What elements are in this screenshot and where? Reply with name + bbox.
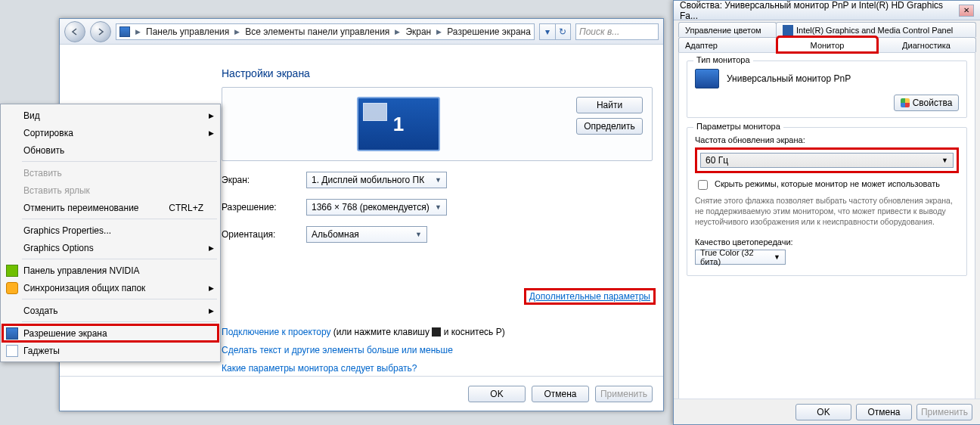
nav-back-button[interactable]	[64, 21, 85, 42]
refresh-button[interactable]: ↻	[555, 24, 571, 39]
hide-modes-checkbox[interactable]: Скрыть режимы, которые монитор не может …	[695, 179, 959, 192]
gadget-icon	[6, 345, 18, 357]
monitor-preview[interactable]: 1	[231, 97, 566, 151]
dialog-footer: OK Отмена Применить	[674, 399, 980, 424]
menu-create[interactable]: Создать▶	[2, 302, 219, 319]
group-title: Параметры монитора	[693, 122, 783, 131]
orientation-label: Ориентация:	[222, 229, 306, 240]
monitor-name: Универсальный монитор PnP	[727, 73, 851, 84]
monitor-properties-dialog: Свойства: Универсальный монитор PnP и In…	[673, 0, 980, 425]
dialog-footer: OK Отмена Применить	[60, 376, 663, 411]
color-quality-label: Качество цветопередачи:	[695, 237, 959, 247]
submenu-arrow-icon: ▶	[209, 129, 214, 137]
help-links: Подключение к проектору (или нажмите кла…	[222, 323, 505, 377]
submenu-arrow-icon: ▶	[209, 112, 214, 119]
menu-nvidia-panel[interactable]: Панель управления NVIDIA	[2, 262, 219, 279]
tab-intel-graphics[interactable]: Intel(R) Graphics and Media Control Pane…	[776, 22, 976, 37]
breadcrumb[interactable]: Панель управления	[146, 26, 229, 37]
menu-paste: Вставить	[2, 164, 219, 181]
monitor-settings-group: Параметры монитора Частота обновления эк…	[687, 127, 967, 276]
text-size-link[interactable]: Сделать текст и другие элементы больше и…	[222, 345, 453, 355]
menu-sync-folders[interactable]: Синхронизация общих папок▶	[2, 279, 219, 296]
page-title: Настройки экрана	[222, 67, 656, 79]
chevron-down-icon: ▼	[415, 231, 422, 238]
menu-refresh[interactable]: Обновить	[2, 141, 219, 159]
desktop-context-menu: Вид▶ Сортировка▶ Обновить Вставить Встав…	[0, 104, 221, 362]
menu-screen-resolution[interactable]: Разрешение экрана	[2, 324, 219, 342]
breadcrumb[interactable]: Экран	[405, 26, 431, 37]
menu-separator	[22, 219, 217, 219]
group-title: Тип монитора	[693, 55, 753, 64]
monitor-icon	[695, 69, 719, 88]
menu-view[interactable]: Вид▶	[2, 107, 219, 124]
chevron-down-icon: ▼	[435, 176, 442, 184]
address-actions: ▾ ↻	[539, 23, 571, 40]
color-quality-select[interactable]: True Color (32 бита)▼	[695, 250, 786, 265]
chevron-right-icon: ▶	[393, 28, 402, 36]
monitor-number: 1	[393, 113, 404, 136]
cancel-button[interactable]: Отмена	[532, 386, 589, 402]
menu-graphics-options[interactable]: Graphics Options▶	[2, 239, 219, 256]
content-area: Настройки экрана 1 Найти Определить Экра…	[222, 57, 656, 365]
menu-graphics-properties[interactable]: Graphics Properties...	[2, 222, 219, 239]
chevron-down-icon: ▼	[941, 157, 948, 164]
dialog-title: Свойства: Универсальный монитор PnP и In…	[680, 0, 959, 21]
apply-button[interactable]: Применить	[595, 386, 653, 402]
ok-button[interactable]: OK	[468, 386, 526, 402]
breadcrumb[interactable]: Разрешение экрана	[447, 26, 531, 37]
tab-color-management[interactable]: Управление цветом	[678, 22, 777, 37]
orientation-select[interactable]: Альбомная▼	[306, 226, 427, 243]
control-panel-icon	[119, 26, 130, 37]
breadcrumb[interactable]: Все элементы панели управления	[245, 26, 389, 37]
hide-modes-input[interactable]	[698, 180, 708, 190]
nav-forward-button[interactable]	[90, 21, 111, 42]
toolbar: ▶ Панель управления ▶ Все элементы панел…	[60, 19, 663, 45]
which-settings-link[interactable]: Какие параметры монитора следует выбрать…	[222, 363, 417, 374]
address-bar[interactable]: ▶ Панель управления ▶ Все элементы панел…	[116, 23, 535, 40]
detect-button[interactable]: Определить	[576, 118, 643, 135]
uac-shield-icon	[901, 98, 910, 107]
ok-button[interactable]: OK	[795, 404, 851, 420]
advanced-settings-link[interactable]: Дополнительные параметры	[524, 288, 656, 305]
chevron-down-icon: ▼	[774, 253, 780, 261]
chevron-down-icon: ▼	[435, 203, 442, 211]
screen-label: Экран:	[222, 175, 306, 185]
dropdown-history-button[interactable]: ▾	[540, 24, 555, 39]
menu-separator	[22, 259, 217, 259]
hide-modes-label: Скрыть режимы, которые монитор не может …	[715, 179, 940, 188]
properties-button[interactable]: Свойства	[894, 95, 959, 111]
tab-content: Тип монитора Универсальный монитор PnP С…	[678, 52, 975, 409]
screen-select[interactable]: 1. Дисплей мобильного ПК▼	[306, 172, 447, 188]
monitor-thumbnail[interactable]: 1	[357, 97, 440, 151]
refresh-rate-select[interactable]: 60 Гц▼	[700, 153, 954, 168]
resolution-select[interactable]: 1366 × 768 (рекомендуется)▼	[306, 199, 447, 216]
display-preview-panel: 1 Найти Определить	[222, 87, 653, 161]
chevron-right-icon: ▶	[233, 28, 241, 36]
chevron-right-icon: ▶	[134, 28, 142, 36]
tab-diagnostics[interactable]: Диагностика	[876, 37, 976, 52]
display-icon	[6, 327, 18, 340]
submenu-arrow-icon: ▶	[209, 244, 214, 252]
menu-paste-shortcut: Вставить ярлык	[2, 181, 219, 199]
menu-separator	[22, 321, 217, 322]
tab-monitor[interactable]: Монитор	[777, 37, 877, 52]
refresh-rate-highlight: 60 Гц▼	[695, 147, 959, 173]
menu-undo-rename[interactable]: Отменить переименованиеCTRL+Z	[2, 199, 219, 216]
search-placeholder: Поиск в...	[579, 26, 619, 37]
close-button[interactable]: ✕	[959, 5, 974, 17]
shortcut-label: CTRL+Z	[169, 203, 203, 213]
tab-strip: Управление цветом Intel(R) Graphics and …	[674, 20, 980, 52]
cancel-button[interactable]: Отмена	[856, 404, 912, 420]
menu-sort[interactable]: Сортировка▶	[2, 124, 219, 141]
menu-separator	[22, 299, 217, 299]
menu-gadgets[interactable]: Гаджеты	[2, 342, 219, 359]
tab-adapter[interactable]: Адаптер	[678, 37, 778, 52]
projector-link[interactable]: Подключение к проектору	[222, 327, 331, 337]
find-button[interactable]: Найти	[576, 97, 643, 113]
apply-button[interactable]: Применить	[916, 404, 972, 420]
dialog-titlebar: Свойства: Универсальный монитор PnP и In…	[674, 1, 980, 20]
sync-icon	[6, 282, 18, 294]
resolution-label: Разрешение:	[222, 202, 306, 212]
submenu-arrow-icon: ▶	[209, 284, 214, 292]
search-input[interactable]: Поиск в...	[575, 23, 659, 40]
